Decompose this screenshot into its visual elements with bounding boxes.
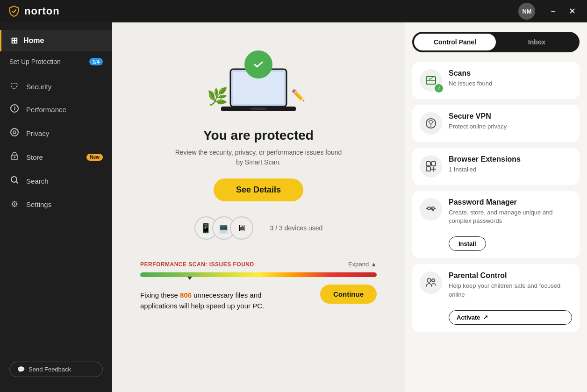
parental-card-title: Parental Control bbox=[449, 271, 572, 280]
hero-illustration: 🌿 ✏️ bbox=[207, 41, 310, 121]
sidebar-nav: 🛡 Security Performance bbox=[0, 76, 112, 215]
extensions-card-content: Browser Extensions 1 Installed bbox=[449, 155, 572, 174]
privacy-icon bbox=[9, 128, 20, 139]
continue-button[interactable]: Continue bbox=[320, 285, 377, 304]
feedback-icon: 💬 bbox=[17, 366, 25, 373]
tab-control-panel[interactable]: Control Panel bbox=[414, 34, 496, 50]
settings-icon: ⚙ bbox=[9, 199, 20, 209]
sidebar-item-label: Security bbox=[26, 83, 51, 91]
performance-icon bbox=[9, 104, 20, 115]
sidebar-item-label: Performance bbox=[26, 106, 66, 114]
vpn-icon bbox=[424, 117, 437, 130]
app-name: norton bbox=[24, 5, 60, 17]
scans-card-content: Scans No issues found bbox=[449, 69, 572, 88]
setup-protection[interactable]: Set Up Protection 1/4 bbox=[0, 51, 112, 72]
svg-point-2 bbox=[13, 131, 16, 134]
password-icon-wrap bbox=[420, 198, 442, 221]
password-card-subtitle: Create, store, and manage unique and com… bbox=[449, 208, 572, 225]
perf-section: PERFORMANCE SCAN: ISSUES FOUND Expand ▲ … bbox=[140, 261, 377, 311]
install-button[interactable]: Install bbox=[449, 236, 486, 251]
sidebar-item-security[interactable]: 🛡 Security bbox=[0, 76, 112, 98]
password-manager-card[interactable]: Password Manager Create, store, and mana… bbox=[412, 191, 580, 258]
sidebar-item-search[interactable]: Search bbox=[0, 169, 112, 193]
setup-protection-label: Set Up Protection bbox=[9, 58, 61, 65]
devices-text: 3 / 3 devices used bbox=[270, 224, 323, 232]
sidebar-item-label: Search bbox=[26, 177, 49, 185]
password-card-title: Password Manager bbox=[449, 198, 572, 207]
browser-extensions-card[interactable]: Browser Extensions 1 Installed bbox=[412, 148, 580, 185]
parental-control-card[interactable]: Parental Control Help keep your children… bbox=[412, 264, 580, 332]
svg-point-1 bbox=[11, 128, 18, 136]
minimize-button[interactable]: − bbox=[547, 5, 559, 18]
protected-title: You are protected bbox=[203, 128, 314, 143]
sidebar-item-performance[interactable]: Performance bbox=[0, 98, 112, 121]
divider bbox=[140, 251, 377, 251]
device-icons: 📱 💻 🖥 bbox=[194, 216, 253, 240]
scans-card-subtitle: No issues found bbox=[449, 79, 572, 88]
sidebar-item-privacy[interactable]: Privacy bbox=[0, 121, 112, 145]
extensions-card-subtitle: 1 Installed bbox=[449, 165, 572, 174]
see-details-button[interactable]: See Details bbox=[214, 178, 303, 201]
close-button[interactable]: ✕ bbox=[565, 4, 580, 18]
app-logo: norton bbox=[7, 5, 60, 18]
expand-button[interactable]: Expand ▲ bbox=[348, 261, 377, 268]
parental-icon-wrap bbox=[420, 271, 442, 294]
app-body: ⊞ Home Set Up Protection 1/4 🛡 Security … bbox=[0, 22, 587, 392]
perf-header: PERFORMANCE SCAN: ISSUES FOUND Expand ▲ bbox=[140, 261, 377, 268]
vpn-card-subtitle: Protect online privacy bbox=[449, 122, 572, 131]
check-circle bbox=[244, 50, 272, 78]
sidebar-item-label: Store bbox=[26, 153, 43, 161]
parental-card-content: Parental Control Help keep your children… bbox=[449, 271, 572, 299]
titlebar: norton NM − ✕ bbox=[0, 0, 587, 22]
user-avatar[interactable]: NM bbox=[518, 3, 535, 20]
performance-progress-bar bbox=[140, 272, 377, 277]
setup-badge: 1/4 bbox=[89, 58, 103, 65]
activate-button[interactable]: Activate ↗ bbox=[449, 310, 572, 325]
expand-chevron-icon: ▲ bbox=[371, 261, 377, 268]
perf-number: 806 bbox=[180, 291, 192, 299]
extensions-icon bbox=[424, 160, 437, 173]
hero-section: 🌿 ✏️ You are protected Review the securi… bbox=[140, 41, 377, 311]
home-icon: ⊞ bbox=[11, 36, 18, 46]
divider bbox=[541, 7, 541, 16]
svg-point-18 bbox=[428, 207, 430, 210]
svg-point-25 bbox=[427, 278, 431, 282]
vpn-card-content: Secure VPN Protect online privacy bbox=[449, 112, 572, 131]
sidebar-item-store[interactable]: Store New bbox=[0, 145, 112, 169]
perf-label: PERFORMANCE SCAN: ISSUES FOUND bbox=[140, 261, 254, 268]
svg-rect-15 bbox=[426, 162, 430, 166]
sidebar-home-label: Home bbox=[23, 36, 44, 45]
tab-inbox[interactable]: Inbox bbox=[496, 34, 578, 50]
external-link-icon: ↗ bbox=[483, 314, 488, 321]
tab-row: Control Panel Inbox bbox=[412, 32, 580, 52]
sidebar-item-home[interactable]: ⊞ Home bbox=[0, 30, 112, 51]
devices-row: 📱 💻 🖥 3 / 3 devices used bbox=[194, 216, 323, 240]
svg-line-7 bbox=[16, 182, 18, 184]
scans-card[interactable]: ✓ Scans No issues found bbox=[412, 62, 580, 99]
svg-point-0 bbox=[11, 105, 18, 112]
scans-card-title: Scans bbox=[449, 69, 572, 78]
svg-rect-16 bbox=[431, 162, 436, 166]
vpn-card[interactable]: Secure VPN Protect online privacy bbox=[412, 105, 580, 142]
store-icon bbox=[9, 151, 20, 163]
password-card-content: Password Manager Create, store, and mana… bbox=[449, 198, 572, 225]
password-icon bbox=[424, 203, 437, 216]
activate-label: Activate bbox=[457, 314, 480, 321]
scan-check-icon: ✓ bbox=[435, 84, 443, 93]
pencil-decoration: ✏️ bbox=[291, 89, 305, 102]
svg-rect-17 bbox=[426, 167, 430, 171]
vpn-icon-wrap bbox=[420, 112, 442, 135]
feedback-button[interactable]: 💬 Send Feedback bbox=[9, 362, 103, 377]
shield-icon: 🛡 bbox=[9, 82, 20, 92]
sidebar-item-label: Privacy bbox=[26, 129, 49, 137]
right-panel: Control Panel Inbox ✓ Scans No issues fo… bbox=[405, 22, 587, 392]
sidebar-item-settings[interactable]: ⚙ Settings bbox=[0, 193, 112, 215]
expand-label: Expand bbox=[348, 261, 369, 268]
parental-card-subtitle: Help keep your children safe and focused… bbox=[449, 282, 572, 299]
progress-marker bbox=[187, 277, 192, 280]
extensions-icon-wrap bbox=[420, 155, 442, 178]
feedback-label: Send Feedback bbox=[29, 366, 71, 373]
window-controls: NM − ✕ bbox=[518, 3, 580, 20]
svg-point-26 bbox=[432, 279, 435, 282]
sidebar-item-label: Settings bbox=[26, 200, 51, 208]
